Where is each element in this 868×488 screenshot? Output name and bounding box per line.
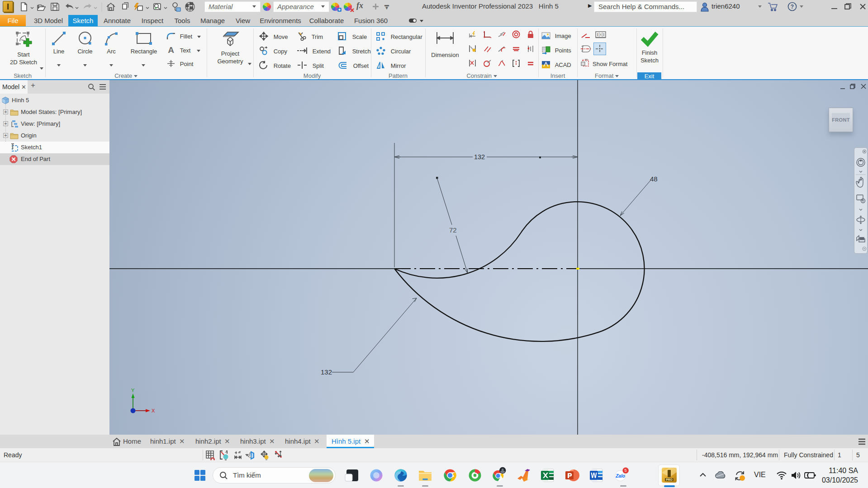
svg-text:Y: Y (131, 388, 135, 393)
svg-text:72: 72 (449, 226, 457, 234)
svg-text:A: A (168, 46, 174, 54)
svg-text:5: 5 (625, 469, 627, 473)
svg-text:132: 132 (474, 153, 485, 161)
svg-text:[x]: [x] (598, 32, 603, 37)
svg-text:48: 48 (650, 175, 658, 183)
svg-text:PRO: PRO (666, 478, 672, 481)
svg-text:?: ? (791, 4, 794, 10)
svg-text:X: X (152, 408, 155, 413)
svg-text:Zalo: Zalo (615, 474, 625, 479)
svg-text:132: 132 (321, 368, 332, 376)
